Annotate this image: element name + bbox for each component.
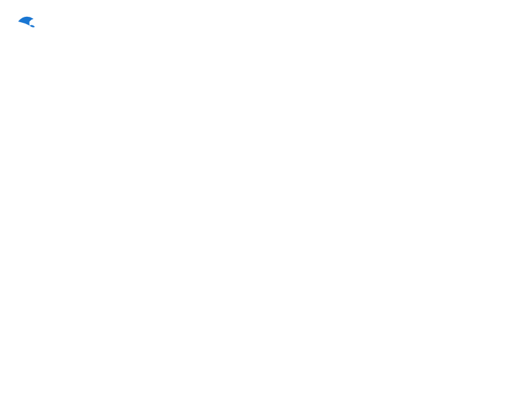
logo-bird-icon: [15, 13, 35, 30]
header: [13, 13, 519, 33]
logo: [13, 13, 35, 33]
